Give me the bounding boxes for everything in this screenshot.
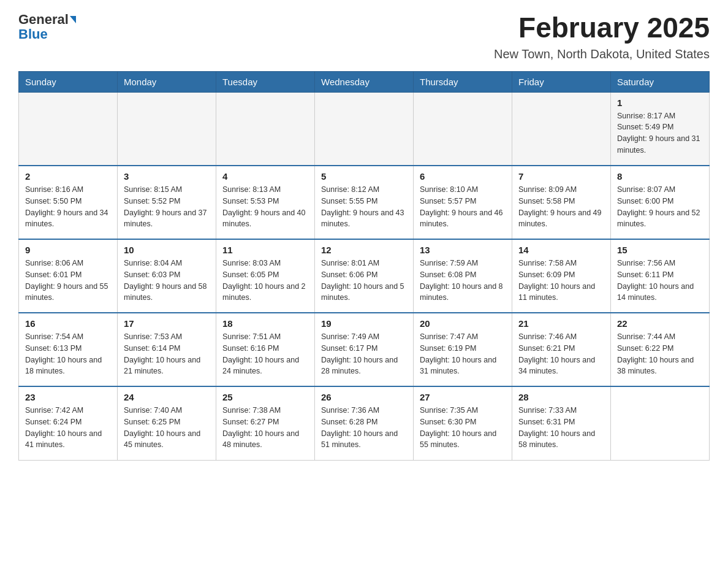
day-number: 28 bbox=[518, 392, 604, 402]
day-number: 18 bbox=[222, 318, 308, 329]
calendar-header-sunday: Sunday bbox=[19, 71, 118, 92]
day-info: Sunrise: 7:44 AM Sunset: 6:22 PM Dayligh… bbox=[617, 331, 703, 377]
calendar-header-friday: Friday bbox=[512, 71, 611, 92]
day-number: 16 bbox=[25, 318, 111, 329]
calendar-week-row: 23Sunrise: 7:42 AM Sunset: 6:24 PM Dayli… bbox=[19, 386, 710, 460]
calendar-cell: 22Sunrise: 7:44 AM Sunset: 6:22 PM Dayli… bbox=[611, 313, 710, 386]
calendar-header-saturday: Saturday bbox=[611, 71, 710, 92]
day-number: 8 bbox=[617, 171, 703, 182]
day-info: Sunrise: 7:56 AM Sunset: 6:11 PM Dayligh… bbox=[617, 258, 703, 304]
page-header: General Blue February 2025 New Town, Nor… bbox=[18, 12, 710, 61]
calendar-cell: 16Sunrise: 7:54 AM Sunset: 6:13 PM Dayli… bbox=[19, 313, 118, 386]
calendar-header-thursday: Thursday bbox=[414, 71, 512, 92]
day-number: 5 bbox=[321, 171, 407, 182]
calendar-cell: 7Sunrise: 8:09 AM Sunset: 5:58 PM Daylig… bbox=[512, 166, 611, 239]
day-number: 11 bbox=[222, 245, 308, 255]
calendar-header-row: SundayMondayTuesdayWednesdayThursdayFrid… bbox=[19, 71, 710, 92]
day-number: 25 bbox=[222, 392, 308, 402]
day-number: 4 bbox=[222, 171, 308, 182]
calendar-week-row: 16Sunrise: 7:54 AM Sunset: 6:13 PM Dayli… bbox=[19, 313, 710, 386]
month-title: February 2025 bbox=[494, 12, 710, 44]
logo-triangle-icon bbox=[70, 16, 76, 23]
calendar-cell: 13Sunrise: 7:59 AM Sunset: 6:08 PM Dayli… bbox=[414, 239, 512, 313]
day-number: 27 bbox=[420, 392, 506, 402]
calendar-cell: 12Sunrise: 8:01 AM Sunset: 6:06 PM Dayli… bbox=[315, 239, 414, 313]
day-number: 26 bbox=[321, 392, 407, 402]
day-number: 23 bbox=[25, 392, 111, 402]
day-number: 1 bbox=[617, 98, 703, 108]
day-info: Sunrise: 8:01 AM Sunset: 6:06 PM Dayligh… bbox=[321, 258, 407, 304]
calendar-cell: 2Sunrise: 8:16 AM Sunset: 5:50 PM Daylig… bbox=[19, 166, 118, 239]
day-info: Sunrise: 7:53 AM Sunset: 6:14 PM Dayligh… bbox=[124, 331, 210, 377]
calendar-header-monday: Monday bbox=[118, 71, 216, 92]
calendar-header-wednesday: Wednesday bbox=[315, 71, 414, 92]
day-info: Sunrise: 7:46 AM Sunset: 6:21 PM Dayligh… bbox=[518, 331, 604, 377]
day-info: Sunrise: 8:06 AM Sunset: 6:01 PM Dayligh… bbox=[25, 258, 111, 304]
logo-general-text: General bbox=[18, 12, 69, 27]
day-info: Sunrise: 7:40 AM Sunset: 6:25 PM Dayligh… bbox=[124, 405, 210, 451]
calendar-cell: 6Sunrise: 8:10 AM Sunset: 5:57 PM Daylig… bbox=[414, 166, 512, 239]
day-info: Sunrise: 8:07 AM Sunset: 6:00 PM Dayligh… bbox=[617, 184, 703, 230]
calendar-cell: 17Sunrise: 7:53 AM Sunset: 6:14 PM Dayli… bbox=[118, 313, 216, 386]
calendar-cell bbox=[611, 386, 710, 460]
day-info: Sunrise: 7:54 AM Sunset: 6:13 PM Dayligh… bbox=[25, 331, 111, 377]
day-info: Sunrise: 7:51 AM Sunset: 6:16 PM Dayligh… bbox=[222, 331, 308, 377]
day-number: 20 bbox=[420, 318, 506, 329]
calendar-cell bbox=[315, 92, 414, 166]
day-info: Sunrise: 8:12 AM Sunset: 5:55 PM Dayligh… bbox=[321, 184, 407, 230]
day-info: Sunrise: 8:04 AM Sunset: 6:03 PM Dayligh… bbox=[124, 258, 210, 304]
day-number: 24 bbox=[124, 392, 210, 402]
logo-blue-text: Blue bbox=[18, 27, 48, 42]
day-number: 2 bbox=[25, 171, 111, 182]
calendar-cell bbox=[118, 92, 216, 166]
calendar-cell: 3Sunrise: 8:15 AM Sunset: 5:52 PM Daylig… bbox=[118, 166, 216, 239]
calendar-cell: 11Sunrise: 8:03 AM Sunset: 6:05 PM Dayli… bbox=[216, 239, 315, 313]
calendar-cell: 10Sunrise: 8:04 AM Sunset: 6:03 PM Dayli… bbox=[118, 239, 216, 313]
day-info: Sunrise: 7:59 AM Sunset: 6:08 PM Dayligh… bbox=[420, 258, 506, 304]
day-number: 13 bbox=[420, 245, 506, 255]
day-info: Sunrise: 8:09 AM Sunset: 5:58 PM Dayligh… bbox=[518, 184, 604, 230]
day-info: Sunrise: 7:58 AM Sunset: 6:09 PM Dayligh… bbox=[518, 258, 604, 304]
calendar-cell: 14Sunrise: 7:58 AM Sunset: 6:09 PM Dayli… bbox=[512, 239, 611, 313]
location-title: New Town, North Dakota, United States bbox=[494, 47, 710, 61]
calendar-cell: 15Sunrise: 7:56 AM Sunset: 6:11 PM Dayli… bbox=[611, 239, 710, 313]
calendar-cell: 28Sunrise: 7:33 AM Sunset: 6:31 PM Dayli… bbox=[512, 386, 611, 460]
day-info: Sunrise: 7:35 AM Sunset: 6:30 PM Dayligh… bbox=[420, 405, 506, 451]
title-section: February 2025 New Town, North Dakota, Un… bbox=[494, 12, 710, 61]
calendar-cell: 27Sunrise: 7:35 AM Sunset: 6:30 PM Dayli… bbox=[414, 386, 512, 460]
day-number: 3 bbox=[124, 171, 210, 182]
day-info: Sunrise: 7:38 AM Sunset: 6:27 PM Dayligh… bbox=[222, 405, 308, 451]
day-number: 21 bbox=[518, 318, 604, 329]
calendar-cell: 20Sunrise: 7:47 AM Sunset: 6:19 PM Dayli… bbox=[414, 313, 512, 386]
calendar-week-row: 2Sunrise: 8:16 AM Sunset: 5:50 PM Daylig… bbox=[19, 166, 710, 239]
calendar-cell: 19Sunrise: 7:49 AM Sunset: 6:17 PM Dayli… bbox=[315, 313, 414, 386]
calendar-cell: 5Sunrise: 8:12 AM Sunset: 5:55 PM Daylig… bbox=[315, 166, 414, 239]
day-info: Sunrise: 7:42 AM Sunset: 6:24 PM Dayligh… bbox=[25, 405, 111, 451]
day-info: Sunrise: 8:16 AM Sunset: 5:50 PM Dayligh… bbox=[25, 184, 111, 230]
day-number: 17 bbox=[124, 318, 210, 329]
day-number: 15 bbox=[617, 245, 703, 255]
day-info: Sunrise: 8:13 AM Sunset: 5:53 PM Dayligh… bbox=[222, 184, 308, 230]
day-info: Sunrise: 8:10 AM Sunset: 5:57 PM Dayligh… bbox=[420, 184, 506, 230]
day-number: 22 bbox=[617, 318, 703, 329]
day-number: 9 bbox=[25, 245, 111, 255]
day-info: Sunrise: 7:49 AM Sunset: 6:17 PM Dayligh… bbox=[321, 331, 407, 377]
calendar-cell: 23Sunrise: 7:42 AM Sunset: 6:24 PM Dayli… bbox=[19, 386, 118, 460]
day-info: Sunrise: 8:03 AM Sunset: 6:05 PM Dayligh… bbox=[222, 258, 308, 304]
calendar-table: SundayMondayTuesdayWednesdayThursdayFrid… bbox=[18, 71, 710, 461]
calendar-week-row: 1Sunrise: 8:17 AM Sunset: 5:49 PM Daylig… bbox=[19, 92, 710, 166]
calendar-header-tuesday: Tuesday bbox=[216, 71, 315, 92]
calendar-cell bbox=[414, 92, 512, 166]
logo: General Blue bbox=[18, 12, 76, 42]
calendar-cell: 8Sunrise: 8:07 AM Sunset: 6:00 PM Daylig… bbox=[611, 166, 710, 239]
day-info: Sunrise: 8:17 AM Sunset: 5:49 PM Dayligh… bbox=[617, 110, 703, 156]
calendar-cell: 1Sunrise: 8:17 AM Sunset: 5:49 PM Daylig… bbox=[611, 92, 710, 166]
calendar-cell: 24Sunrise: 7:40 AM Sunset: 6:25 PM Dayli… bbox=[118, 386, 216, 460]
day-info: Sunrise: 7:36 AM Sunset: 6:28 PM Dayligh… bbox=[321, 405, 407, 451]
calendar-cell: 25Sunrise: 7:38 AM Sunset: 6:27 PM Dayli… bbox=[216, 386, 315, 460]
day-info: Sunrise: 7:47 AM Sunset: 6:19 PM Dayligh… bbox=[420, 331, 506, 377]
day-info: Sunrise: 7:33 AM Sunset: 6:31 PM Dayligh… bbox=[518, 405, 604, 451]
day-number: 7 bbox=[518, 171, 604, 182]
calendar-cell: 21Sunrise: 7:46 AM Sunset: 6:21 PM Dayli… bbox=[512, 313, 611, 386]
day-info: Sunrise: 8:15 AM Sunset: 5:52 PM Dayligh… bbox=[124, 184, 210, 230]
